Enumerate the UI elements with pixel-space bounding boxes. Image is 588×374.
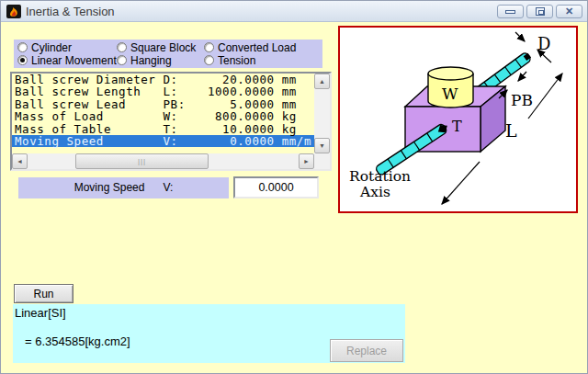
diagram-label-pb: PB (511, 91, 533, 109)
moving-speed-label: Moving Speed V: (18, 177, 229, 198)
radio-circle-checked-icon (17, 55, 28, 65)
maximize-button[interactable] (526, 5, 553, 18)
radio-square-block[interactable]: Square Block (117, 41, 196, 53)
diagram-label-t: T (452, 118, 462, 135)
scrollbar-corner (314, 153, 330, 169)
scroll-right-button arrow-right-icon[interactable]: ► (299, 153, 314, 169)
horizontal-scroll-thumb[interactable] (75, 153, 209, 169)
radio-cylinder[interactable]: Cylinder (17, 41, 72, 53)
minimize-button[interactable] (497, 5, 524, 18)
app-icon flame-icon (6, 5, 21, 18)
diagram-label-axis: Axis (359, 184, 390, 200)
mechanism-diagram: W T D PB L Rotation Axis (338, 26, 578, 213)
list-item[interactable]: Ball screw Diameter D: 20.0000 mm (12, 74, 314, 85)
radio-linear-movement[interactable]: Linear Movement (17, 54, 117, 66)
result-value: = 6.354585[kg.cm2] (25, 334, 130, 348)
list-item[interactable]: Ball screw Length L: 1000.0000 mm (12, 85, 314, 97)
diagram-label-d: D (537, 34, 550, 53)
radio-circle-icon (204, 55, 214, 65)
diagram-label-rotation: Rotation (349, 168, 411, 185)
close-icon: ✕ (565, 6, 573, 17)
result-heading: Linear[SI] (15, 306, 66, 320)
mechanism-diagram-svg: W T D PB L Rotation Axis (340, 28, 576, 211)
window-controls: ✕ (497, 5, 582, 18)
radio-tension[interactable]: Tension (204, 54, 255, 66)
scroll-up-button arrow-up-icon[interactable]: ▲ (314, 74, 330, 89)
minimize-icon (505, 10, 515, 14)
diagram-label-l: L (505, 120, 517, 141)
scroll-left-button arrow-left-icon[interactable]: ◄ (12, 153, 28, 169)
radio-hanging[interactable]: Hanging (117, 54, 172, 66)
result-panel: Linear[SI] = 6.354585[kg.cm2] Replace (13, 304, 405, 363)
scroll-down-button arrow-down-icon[interactable]: ▼ (314, 138, 330, 153)
titlebar: Inertia & Tension ✕ (1, 1, 587, 22)
vertical-scrollbar[interactable]: ▲ ▼ (314, 74, 330, 153)
diagram-label-w: W (442, 85, 458, 103)
list-item[interactable]: Mass of Table T: 10.0000 kg (12, 123, 314, 135)
horizontal-scrollbar[interactable]: ◄ ► (12, 153, 314, 169)
moving-speed-input[interactable] (233, 176, 319, 198)
parameter-list-content: Ball screw Diameter D: 20.0000 mm Ball s… (12, 74, 314, 153)
list-item[interactable]: Mass of Load W: 800.0000 kg (12, 110, 314, 122)
run-button[interactable]: Run (14, 284, 74, 303)
radio-circle-icon (117, 42, 127, 52)
load-type-radio-group: Cylinder Square Block Converted Load Lin… (14, 40, 322, 68)
replace-button[interactable]: Replace (330, 339, 403, 362)
radio-circle-icon (204, 42, 214, 52)
list-item[interactable]: Ball screw Lead PB: 5.0000 mm (12, 98, 314, 110)
inertia-tension-window: Inertia & Tension ✕ Cylinder Square Bloc… (0, 0, 588, 374)
parameter-listbox: Ball screw Diameter D: 20.0000 mm Ball s… (10, 72, 332, 171)
maximize-icon (536, 7, 545, 16)
close-button[interactable]: ✕ (556, 5, 582, 18)
radio-converted-load[interactable]: Converted Load (204, 41, 296, 53)
window-title: Inertia & Tension (26, 5, 115, 18)
list-item-selected[interactable]: Moving Speed V: 0.0000 mm/m (12, 135, 314, 147)
radio-circle-icon (117, 55, 127, 65)
radio-circle-icon (17, 42, 28, 52)
